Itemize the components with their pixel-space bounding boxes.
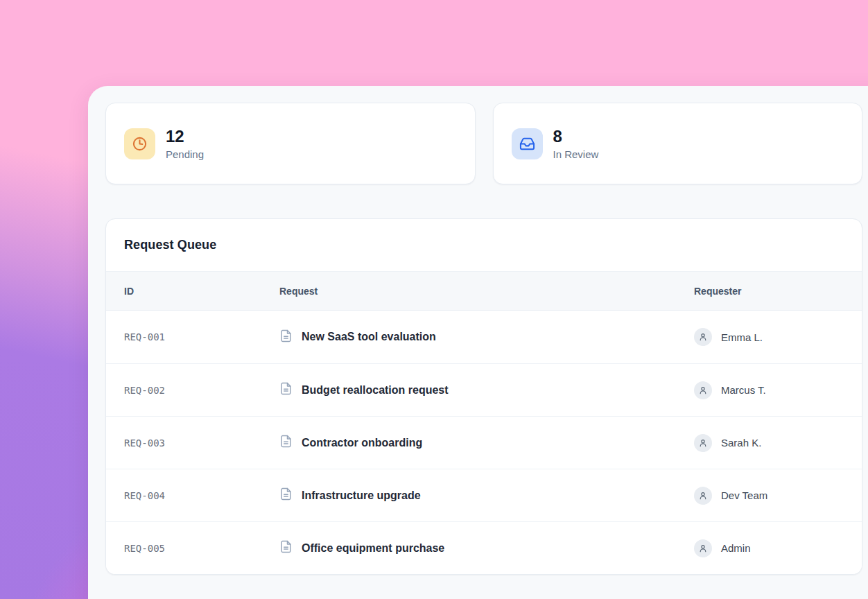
avatar bbox=[694, 434, 712, 452]
requester-name: Dev Team bbox=[721, 489, 767, 501]
requester-name: Admin bbox=[721, 542, 751, 554]
stat-card-in-review: 8 In Review bbox=[493, 103, 863, 184]
request-title: Contractor onboarding bbox=[302, 437, 422, 449]
table-row[interactable]: REQ-001 New SaaS tool evaluation Emma L. bbox=[106, 311, 862, 363]
stat-text: 12 Pending bbox=[166, 127, 204, 160]
document-icon bbox=[279, 487, 293, 503]
dashboard-panel: 12 Pending 8 In Review Reques bbox=[88, 86, 868, 599]
request-id: REQ-002 bbox=[124, 385, 279, 396]
requester-name: Marcus T. bbox=[721, 384, 766, 396]
avatar bbox=[694, 539, 712, 557]
stat-value-pending: 12 bbox=[166, 127, 204, 146]
request-id: REQ-003 bbox=[124, 437, 279, 449]
requester-name: Emma L. bbox=[721, 331, 763, 343]
avatar bbox=[694, 487, 712, 505]
queue-title-bar: Request Queue bbox=[106, 219, 862, 271]
request-id: REQ-005 bbox=[124, 543, 279, 554]
requester-name: Sarah K. bbox=[721, 437, 761, 449]
request-id: REQ-004 bbox=[124, 490, 279, 501]
request-title: Budget reallocation request bbox=[302, 384, 449, 397]
column-header-requester: Requester bbox=[694, 286, 862, 297]
document-icon bbox=[279, 435, 293, 451]
request-title: Office equipment purchase bbox=[302, 542, 444, 555]
request-id: REQ-001 bbox=[124, 331, 279, 342]
stat-label-in-review: In Review bbox=[553, 148, 599, 160]
request-queue-card: Request Queue ID Request Requester REQ-0… bbox=[105, 218, 862, 575]
table-row[interactable]: REQ-004 Infrastructure upgrade Dev Team bbox=[106, 469, 862, 521]
stat-value-in-review: 8 bbox=[553, 127, 599, 146]
stat-card-pending: 12 Pending bbox=[105, 103, 476, 184]
stat-label-pending: Pending bbox=[166, 148, 204, 160]
column-header-id: ID bbox=[124, 286, 279, 297]
avatar bbox=[694, 328, 712, 346]
clock-icon bbox=[124, 128, 155, 159]
document-icon bbox=[279, 540, 293, 556]
table-row[interactable]: REQ-005 Office equipment purchase Admin bbox=[106, 521, 862, 574]
dashboard-content: 12 Pending 8 In Review Reques bbox=[105, 103, 862, 575]
request-title: New SaaS tool evaluation bbox=[302, 331, 436, 343]
inbox-icon bbox=[512, 128, 543, 159]
table-row[interactable]: REQ-003 Contractor onboarding Sarah K. bbox=[106, 416, 862, 469]
column-header-request: Request bbox=[279, 286, 694, 297]
document-icon bbox=[279, 329, 293, 345]
queue-title: Request Queue bbox=[124, 238, 216, 252]
table-row[interactable]: REQ-002 Budget reallocation request Marc… bbox=[106, 363, 862, 416]
stat-text: 8 In Review bbox=[553, 127, 599, 160]
document-icon bbox=[279, 382, 293, 398]
stats-row: 12 Pending 8 In Review bbox=[105, 103, 862, 184]
queue-header-row: ID Request Requester bbox=[106, 271, 862, 311]
avatar bbox=[694, 381, 712, 399]
request-title: Infrastructure upgrade bbox=[302, 489, 421, 502]
